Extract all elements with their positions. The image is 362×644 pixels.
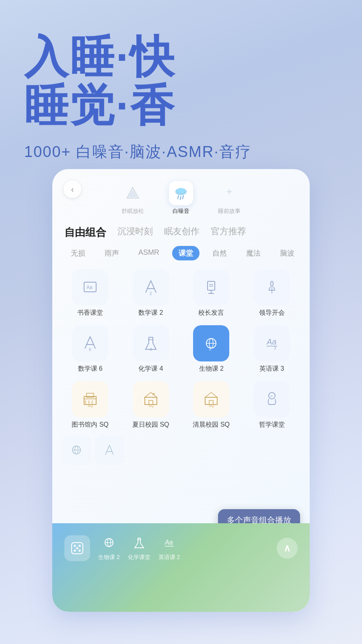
summer-sq-label: 夏日校园 SQ <box>132 421 169 429</box>
svg-line-9 <box>146 281 151 293</box>
partial-icon-1 <box>62 436 91 464</box>
svg-point-48 <box>269 392 275 399</box>
book-class-label: 书香课堂 <box>77 309 103 317</box>
filter-lossless[interactable]: 无损 <box>64 246 92 260</box>
filter-asmr[interactable]: ASMR <box>132 246 166 260</box>
section-tab-official[interactable]: 官方推荐 <box>211 225 246 239</box>
partial-icon-2 <box>95 436 124 464</box>
filter-tags: 无损 雨声 ASMR 课堂 自然 魔法 脑波 <box>52 243 310 265</box>
phone-mockup: ‹ 舒眠放松 白噪音 <box>52 169 310 612</box>
section-tab-free[interactable]: 自由组合 <box>64 225 106 239</box>
svg-point-56 <box>74 545 76 547</box>
english3-icon-wrap: Aa 3 <box>254 325 290 361</box>
bio2-track[interactable]: 生物课 2 <box>98 536 120 561</box>
svg-marker-45 <box>205 392 217 397</box>
relax-label: 舒眠放松 <box>121 208 144 215</box>
svg-text:4: 4 <box>150 347 152 352</box>
bio2-track-icon <box>102 536 116 552</box>
back-button[interactable]: ‹ <box>64 180 81 198</box>
svg-line-5 <box>180 196 181 200</box>
math6-label: 数学课 6 <box>78 365 103 373</box>
section-tab-immerse[interactable]: 沉浸时刻 <box>117 225 153 239</box>
whitenoise-label: 白噪音 <box>173 208 189 215</box>
filter-magic[interactable]: 魔法 <box>240 246 267 260</box>
chem-track[interactable]: 化学课堂 <box>128 536 150 561</box>
sound-item-english3[interactable]: Aa 3 英语课 3 <box>244 325 300 373</box>
svg-line-6 <box>183 196 183 199</box>
expand-button[interactable]: ∧ <box>277 538 298 559</box>
sound-item-math6[interactable]: 6 数学课 6 <box>62 325 119 373</box>
svg-text:Aa: Aa <box>86 285 93 290</box>
expand-icon: ∧ <box>284 543 291 554</box>
english3-label: 英语课 3 <box>259 365 284 373</box>
svg-text:SQ: SQ <box>148 404 154 408</box>
sound-item-meeting[interactable]: 领导开会 <box>244 269 300 317</box>
svg-rect-13 <box>208 281 215 290</box>
filter-brainwave[interactable]: 脑波 <box>274 246 301 260</box>
bio2-label: 生物课 2 <box>199 365 224 373</box>
bedtime-icon <box>217 181 241 205</box>
partial-item-1[interactable] <box>62 436 91 464</box>
svg-point-58 <box>74 550 76 552</box>
sound-item-library-sq[interactable]: SQ 图书馆内 SQ <box>62 381 119 429</box>
bottom-bar-items: 生物课 2 化学课堂 Aa <box>64 531 298 561</box>
sound-item-principal[interactable]: 校长发言 <box>183 269 240 317</box>
svg-point-42 <box>152 393 155 395</box>
svg-marker-40 <box>145 392 157 397</box>
category-tab-relax[interactable]: 舒眠放松 <box>121 181 145 215</box>
sound-item-summer-sq[interactable]: SQ 夏日校园 SQ <box>123 381 179 429</box>
chem4-icon-wrap: 4 <box>133 325 169 361</box>
svg-line-53 <box>109 445 113 455</box>
morning-sq-label: 清晨校园 SQ <box>193 421 230 429</box>
svg-line-52 <box>105 445 109 455</box>
category-tab-bedtime[interactable]: 睡前故事 <box>217 181 241 215</box>
svg-line-19 <box>85 336 90 349</box>
english2-track-icon: Aa <box>162 536 176 552</box>
svg-text:2: 2 <box>150 291 152 296</box>
sound-item-philosophy[interactable]: 哲学课堂 <box>244 381 300 429</box>
filter-class[interactable]: 课堂 <box>172 246 200 260</box>
principal-icon-wrap <box>193 269 229 305</box>
sound-item-chem4[interactable]: 4 化学课 4 <box>123 325 179 373</box>
svg-point-3 <box>177 188 185 193</box>
svg-text:6: 6 <box>89 347 91 352</box>
svg-text:SQ: SQ <box>209 404 214 408</box>
svg-text:SQ: SQ <box>88 404 93 408</box>
sound-grid-row2: 6 数学课 6 4 化学课 4 2 <box>52 321 310 377</box>
section-tabs: 自由组合 沉浸时刻 眠友创作 官方推荐 <box>52 219 310 243</box>
meeting-icon-wrap <box>254 269 290 305</box>
english2-track[interactable]: Aa 英语课 2 <box>158 536 180 561</box>
bio2-track-label: 生物课 2 <box>98 554 120 561</box>
category-tab-whitenoise[interactable]: 白噪音 <box>169 181 193 215</box>
hero-subtitle: 1000+ 白噪音·脑波·ASMR·音疗 <box>24 142 338 162</box>
filter-nature[interactable]: 自然 <box>206 246 233 260</box>
filter-rain[interactable]: 雨声 <box>98 246 125 260</box>
back-icon: ‹ <box>71 185 74 194</box>
sound-item-math2[interactable]: 2 数学课 2 <box>123 269 179 317</box>
svg-line-4 <box>178 196 179 199</box>
math6-icon-wrap: 6 <box>72 325 108 361</box>
svg-line-20 <box>90 336 95 349</box>
meeting-label: 领导开会 <box>259 309 285 317</box>
svg-line-10 <box>151 281 156 293</box>
hero-section: 入睡·快 睡觉·香 1000+ 白噪音·脑波·ASMR·音疗 <box>0 0 362 178</box>
chem-track-label: 化学课堂 <box>128 554 150 561</box>
sound-item-book-class[interactable]: Aa 书香课堂 <box>62 269 119 317</box>
partial-row <box>52 433 310 466</box>
morning-sq-icon-wrap: SQ <box>193 381 229 417</box>
english2-track-label: 英语课 2 <box>158 554 180 561</box>
svg-text:Aa: Aa <box>266 337 276 346</box>
summer-sq-icon-wrap: SQ <box>133 381 169 417</box>
sound-item-bio2[interactable]: 2 生物课 2 <box>183 325 240 373</box>
dice-button[interactable] <box>64 535 90 561</box>
svg-text:2: 2 <box>209 347 212 351</box>
sound-grid-row3: SQ 图书馆内 SQ SQ 夏日校园 SQ <box>52 377 310 433</box>
svg-text:3: 3 <box>274 346 276 350</box>
math2-icon-wrap: 2 <box>133 269 169 305</box>
bottom-bar: 生物课 2 化学课堂 Aa <box>52 523 310 612</box>
bio2-icon-wrap: 2 <box>193 325 229 361</box>
sound-item-morning-sq[interactable]: SQ 清晨校园 SQ <box>183 381 240 429</box>
svg-point-57 <box>79 545 81 547</box>
partial-item-2[interactable] <box>95 436 124 464</box>
section-tab-create[interactable]: 眠友创作 <box>164 225 200 239</box>
